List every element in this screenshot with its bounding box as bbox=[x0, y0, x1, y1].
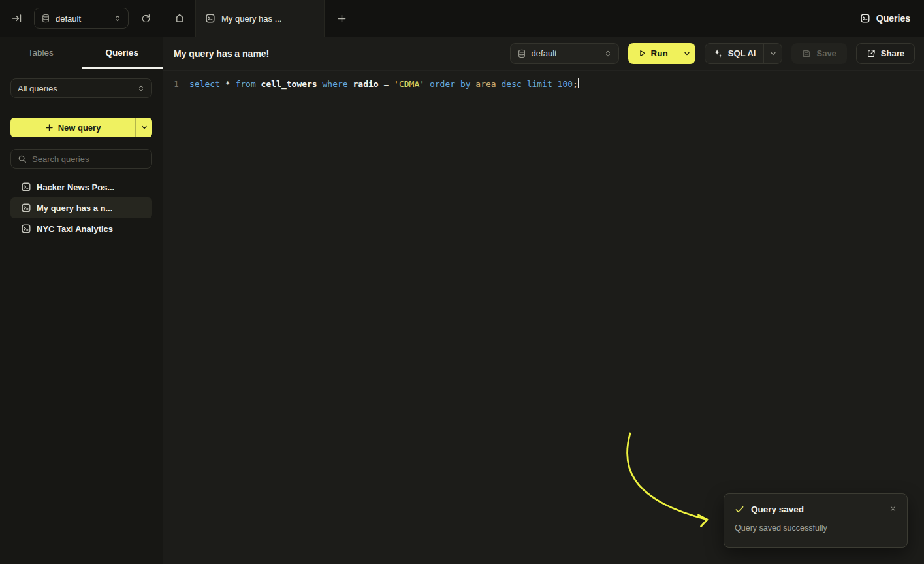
code-token: desc bbox=[502, 79, 522, 89]
queries-icon bbox=[860, 13, 870, 24]
code-token bbox=[522, 79, 527, 89]
chevron-updown-icon bbox=[137, 84, 145, 92]
queries-panel-button[interactable]: Queries bbox=[846, 0, 924, 37]
new-query-split-button: New query bbox=[10, 118, 152, 137]
code-token: select bbox=[189, 79, 220, 89]
run-split-button: Run bbox=[628, 43, 695, 64]
plus-icon bbox=[337, 14, 347, 24]
code-token: * bbox=[225, 79, 231, 89]
line-number: 1 bbox=[163, 78, 189, 91]
text-cursor bbox=[578, 78, 579, 88]
query-list: Hacker News Pos...My query has a n...NYC… bbox=[10, 176, 152, 239]
code-token: where bbox=[323, 79, 348, 89]
code-token bbox=[256, 79, 261, 89]
sidebar: Tables Queries All queries New query bbox=[0, 37, 163, 564]
save-icon bbox=[802, 49, 811, 58]
arrow-to-bar-icon bbox=[12, 13, 22, 24]
save-button-label: Save bbox=[816, 48, 836, 58]
query-icon bbox=[21, 203, 31, 213]
code-token bbox=[389, 79, 394, 89]
query-list-item[interactable]: Hacker News Pos... bbox=[10, 176, 152, 197]
toast-query-saved: Query saved Query saved successfully bbox=[724, 493, 908, 548]
code-token: limit bbox=[527, 79, 552, 89]
play-icon bbox=[638, 49, 646, 58]
toolbar-database-selector[interactable]: default bbox=[510, 43, 619, 64]
database-selector-value: default bbox=[56, 14, 81, 24]
code-token bbox=[552, 79, 558, 89]
chevron-down-icon bbox=[769, 50, 777, 58]
home-button[interactable] bbox=[163, 0, 195, 37]
sidebar-tabs: Tables Queries bbox=[0, 37, 163, 69]
query-item-label: NYC Taxi Analytics bbox=[37, 224, 113, 234]
sql-ai-button[interactable]: SQL AI bbox=[705, 44, 764, 63]
sql-ai-dropdown-button[interactable] bbox=[764, 44, 782, 63]
tab-my-query[interactable]: My query has ... bbox=[195, 0, 325, 37]
topbar-database-selector[interactable]: default bbox=[34, 8, 129, 29]
query-item-label: My query has a n... bbox=[37, 203, 112, 213]
code-token: 'CDMA' bbox=[394, 79, 424, 89]
collapse-sidebar-button[interactable] bbox=[9, 10, 25, 26]
tab-tables[interactable]: Tables bbox=[0, 37, 82, 69]
query-icon bbox=[205, 13, 215, 24]
code-token bbox=[455, 79, 460, 89]
query-icon bbox=[21, 182, 31, 192]
share-icon bbox=[867, 49, 876, 58]
toolbar-database-value: default bbox=[532, 48, 557, 58]
query-item-label: Hacker News Pos... bbox=[37, 182, 114, 192]
editor-toolbar: default Run bbox=[510, 43, 915, 64]
code-token: by bbox=[460, 79, 471, 89]
query-filter-value: All queries bbox=[18, 84, 57, 93]
sql-editor[interactable]: 1 select * from cell_towers where radio … bbox=[163, 71, 924, 564]
tab-queries[interactable]: Queries bbox=[82, 37, 163, 69]
new-query-button[interactable]: New query bbox=[10, 118, 135, 137]
refresh-button[interactable] bbox=[138, 10, 153, 26]
database-icon bbox=[41, 14, 50, 23]
share-button-label: Share bbox=[881, 48, 904, 58]
close-toast-button[interactable] bbox=[886, 502, 899, 515]
sql-console-app: default My query has .. bbox=[0, 0, 924, 564]
close-icon bbox=[889, 505, 897, 512]
query-list-item[interactable]: NYC Taxi Analytics bbox=[10, 218, 152, 239]
toast-message: Query saved successfully bbox=[735, 523, 897, 533]
topbar-left: default bbox=[0, 0, 163, 37]
toast-header: Query saved bbox=[735, 505, 897, 514]
chevron-down-icon bbox=[683, 50, 691, 58]
new-query-label: New query bbox=[58, 123, 101, 133]
topbar: default My query has .. bbox=[0, 0, 924, 37]
tab-strip: My query has ... bbox=[163, 0, 358, 37]
new-tab-button[interactable] bbox=[325, 0, 358, 37]
code-token bbox=[496, 79, 502, 89]
run-button[interactable]: Run bbox=[628, 43, 678, 64]
chevron-updown-icon bbox=[114, 14, 121, 22]
search-icon bbox=[18, 154, 27, 163]
code-line-content: select * from cell_towers where radio = … bbox=[189, 78, 579, 91]
code-token: ; bbox=[573, 79, 578, 89]
toast-title: Query saved bbox=[751, 505, 804, 514]
code-token bbox=[424, 79, 430, 89]
topbar-spacer bbox=[358, 0, 846, 37]
query-filter-select[interactable]: All queries bbox=[10, 78, 152, 98]
run-button-label: Run bbox=[651, 48, 668, 58]
chevron-down-icon bbox=[140, 124, 148, 131]
code-token: radio bbox=[353, 79, 378, 89]
run-options-button[interactable] bbox=[678, 43, 695, 64]
query-icon bbox=[21, 224, 31, 234]
sql-ai-split-button: SQL AI bbox=[705, 43, 783, 64]
code-token: order bbox=[430, 79, 455, 89]
code-token: area bbox=[475, 79, 496, 89]
search-queries-input[interactable] bbox=[32, 154, 147, 164]
code-token: cell_towers bbox=[261, 79, 317, 89]
new-query-dropdown-button[interactable] bbox=[136, 118, 152, 137]
database-icon bbox=[517, 49, 526, 58]
check-icon bbox=[735, 505, 744, 514]
sql-ai-label: SQL AI bbox=[728, 48, 756, 58]
chevron-updown-icon bbox=[604, 50, 612, 58]
query-list-item[interactable]: My query has a n... bbox=[10, 197, 152, 218]
save-button[interactable]: Save bbox=[791, 43, 846, 64]
code-token bbox=[317, 79, 323, 89]
share-button[interactable]: Share bbox=[856, 43, 915, 64]
code-line: 1 select * from cell_towers where radio … bbox=[163, 78, 924, 91]
home-icon bbox=[174, 13, 185, 24]
code-token: from bbox=[235, 79, 255, 89]
plus-icon bbox=[45, 124, 54, 132]
